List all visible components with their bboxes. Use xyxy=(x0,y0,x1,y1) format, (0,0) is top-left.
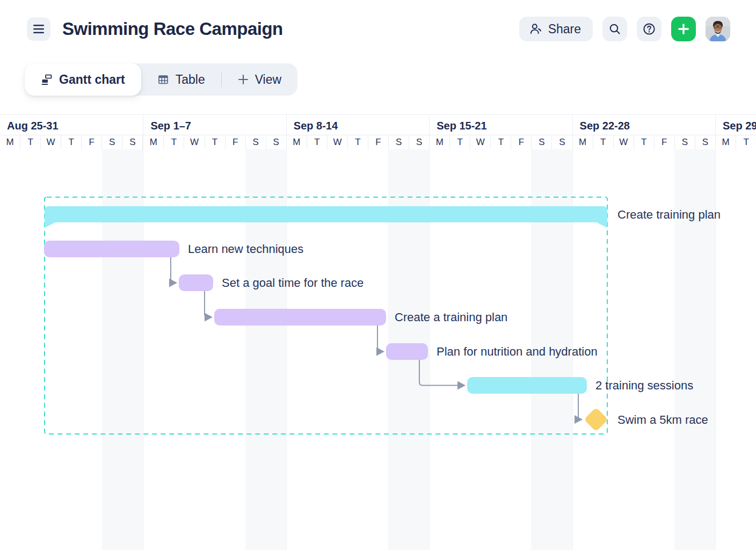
add-button[interactable] xyxy=(671,17,696,41)
day-header-cell: S xyxy=(409,135,430,149)
day-header-cell: S xyxy=(102,135,122,149)
day-row: MTWTFSS xyxy=(143,135,286,149)
day-row: MTWTFSS xyxy=(287,135,429,149)
day-row: MTWTFSS xyxy=(573,135,715,149)
day-header-cell: W xyxy=(328,135,348,149)
day-header-cell: T xyxy=(634,135,655,149)
tab-label: View xyxy=(255,73,281,87)
day-header-cell: S xyxy=(695,135,716,149)
timeline-week: Sep 15-21MTWTFSS xyxy=(429,115,572,149)
task-label: Plan for nutrition and hydration xyxy=(437,343,598,360)
person-icon xyxy=(529,22,543,36)
share-button[interactable]: Share xyxy=(519,17,593,41)
menu-button[interactable] xyxy=(27,17,50,41)
day-header-cell: M xyxy=(716,135,736,149)
app-window: Swimming Race Campaign Share xyxy=(0,0,756,550)
help-button[interactable] xyxy=(637,17,662,41)
day-header-cell: T xyxy=(307,135,328,149)
week-label: Sep 8-14 xyxy=(287,115,429,135)
task-label: Create training plan xyxy=(617,206,721,223)
day-header-cell: S xyxy=(552,135,572,149)
timeline-week: Sep 8-14MTWTFSS xyxy=(286,115,429,149)
gantt-chart-canvas[interactable]: Create training planLearn new techniques… xyxy=(0,149,756,550)
day-header-cell: M xyxy=(430,135,450,149)
day-header-cell: W xyxy=(470,135,491,149)
day-header-cell: S xyxy=(266,135,287,149)
topbar-actions: Share xyxy=(519,17,730,41)
task-label: 2 training sessions xyxy=(595,377,693,394)
week-label: Sep 15-21 xyxy=(430,115,572,135)
day-header-cell: F xyxy=(82,135,102,149)
task-bar-set-goal-time[interactable] xyxy=(179,274,213,291)
task-bar-training-sessions[interactable] xyxy=(467,377,587,394)
day-header-cell: T xyxy=(20,135,41,149)
day-header-cell: S xyxy=(675,135,695,149)
tab-gantt-chart[interactable]: Gantt chart xyxy=(25,63,141,96)
day-header-cell: S xyxy=(122,135,143,149)
task-label: Set a goal time for the race xyxy=(222,274,364,291)
day-header-cell: T xyxy=(61,135,82,149)
plus-icon xyxy=(238,74,249,85)
hamburger-icon xyxy=(33,24,45,34)
timeline-week: Sep 29MT xyxy=(715,115,756,149)
share-button-label: Share xyxy=(548,22,581,37)
timeline-week: Sep 1–7MTWTFSS xyxy=(143,115,286,149)
search-icon xyxy=(608,23,621,35)
day-header-cell: M xyxy=(287,135,307,149)
timeline-header: Aug 25-31MTWTFSSSep 1–7MTWTFSSSep 8-14MT… xyxy=(0,114,756,149)
timeline-week: Sep 22-28MTWTFSS xyxy=(572,115,715,149)
task-bar-learn-new-techniques[interactable] xyxy=(44,241,179,257)
tab-label: Table xyxy=(176,73,205,87)
tab-label: Gantt chart xyxy=(59,73,125,87)
day-header-cell: M xyxy=(0,135,20,149)
day-row: MTWTFSS xyxy=(430,135,572,149)
plus-icon xyxy=(678,23,689,35)
summary-bar-create-training-plan[interactable] xyxy=(45,206,607,228)
day-row: MTWTFSS xyxy=(0,135,143,149)
tab-add-view[interactable]: View xyxy=(222,63,297,96)
day-header-cell: T xyxy=(205,135,226,149)
day-header-cell: T xyxy=(593,135,614,149)
week-label: Aug 25-31 xyxy=(0,115,143,135)
view-tabs: Gantt chart Table View xyxy=(25,63,297,96)
day-header-cell: W xyxy=(614,135,634,149)
search-button[interactable] xyxy=(602,17,627,41)
task-bar-plan-nutrition[interactable] xyxy=(386,343,428,360)
gantt-icon xyxy=(41,74,53,85)
day-header-cell: F xyxy=(226,135,246,149)
day-header-cell: M xyxy=(573,135,593,149)
week-label: Sep 29 xyxy=(716,115,756,135)
timeline-week: Aug 25-31MTWTFSS xyxy=(0,115,143,149)
day-header-cell: W xyxy=(41,135,61,149)
day-header-cell: F xyxy=(368,135,389,149)
tab-table[interactable]: Table xyxy=(141,63,221,96)
day-header-cell: F xyxy=(511,135,532,149)
table-icon xyxy=(157,74,169,85)
day-header-cell: F xyxy=(655,135,675,149)
milestone-swim-5km-race[interactable] xyxy=(584,407,608,431)
task-label: Create a training plan xyxy=(395,309,507,325)
day-header-cell: T xyxy=(450,135,470,149)
avatar-image xyxy=(706,17,730,41)
page-title: Swimming Race Campaign xyxy=(62,19,283,39)
task-bar-create-a-training-plan[interactable] xyxy=(214,309,386,325)
day-header-cell: M xyxy=(143,135,164,149)
task-label: Learn new techniques xyxy=(188,241,303,257)
day-header-cell: W xyxy=(184,135,205,149)
week-label: Sep 22-28 xyxy=(573,115,715,135)
day-row: MT xyxy=(716,135,756,149)
day-header-cell: S xyxy=(532,135,552,149)
user-avatar[interactable] xyxy=(706,17,730,41)
day-header-cell: S xyxy=(246,135,266,149)
day-header-cell: T xyxy=(736,135,756,149)
question-icon xyxy=(642,22,656,36)
day-header-cell: S xyxy=(389,135,409,149)
topbar: Swimming Race Campaign Share xyxy=(0,0,756,58)
week-label: Sep 1–7 xyxy=(143,115,286,135)
task-label: Swim a 5km race xyxy=(617,411,708,428)
day-header-cell: T xyxy=(164,135,184,149)
day-header-cell: T xyxy=(491,135,511,149)
day-header-cell: T xyxy=(348,135,368,149)
